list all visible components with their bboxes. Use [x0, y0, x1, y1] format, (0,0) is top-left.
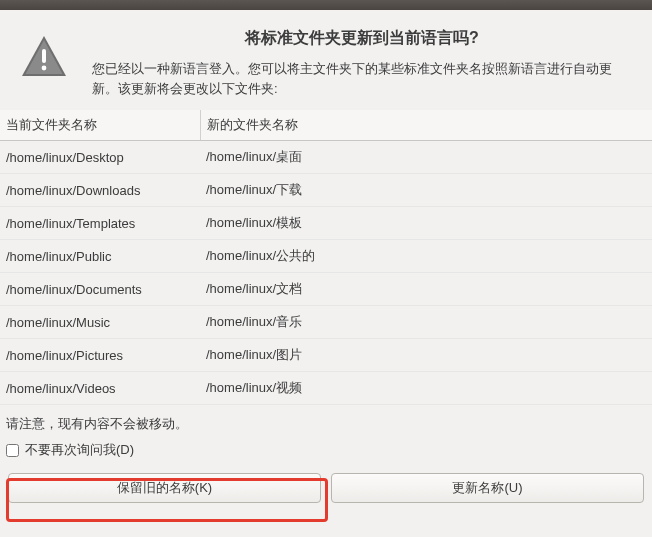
warning-icon [20, 28, 68, 98]
annotation-arrow [0, 517, 652, 537]
cell-old-path: /home/linux/Public [0, 240, 200, 273]
col-new-name[interactable]: 新的文件夹名称 [200, 110, 652, 141]
note-text: 请注意，现有内容不会被移动。 [0, 405, 652, 437]
window-titlebar [0, 0, 652, 10]
table-row[interactable]: /home/linux/Downloads/home/linux/下载 [0, 174, 652, 207]
dialog-header: 将标准文件夹更新到当前语言吗? 您已经以一种新语言登入。您可以将主文件夹下的某些… [0, 10, 652, 110]
table-row[interactable]: /home/linux/Desktop/home/linux/桌面 [0, 141, 652, 174]
cell-old-path: /home/linux/Pictures [0, 339, 200, 372]
table-row[interactable]: /home/linux/Documents/home/linux/文档 [0, 273, 652, 306]
cell-new-path: /home/linux/桌面 [200, 141, 652, 174]
svg-point-3 [42, 66, 47, 71]
cell-new-path: /home/linux/图片 [200, 339, 652, 372]
cell-old-path: /home/linux/Videos [0, 372, 200, 405]
cell-new-path: /home/linux/视频 [200, 372, 652, 405]
cell-new-path: /home/linux/文档 [200, 273, 652, 306]
table-row[interactable]: /home/linux/Pictures/home/linux/图片 [0, 339, 652, 372]
cell-new-path: /home/linux/模板 [200, 207, 652, 240]
folder-table: 当前文件夹名称 新的文件夹名称 /home/linux/Desktop/home… [0, 110, 652, 405]
update-names-button[interactable]: 更新名称(U) [331, 473, 644, 503]
cell-old-path: /home/linux/Music [0, 306, 200, 339]
cell-new-path: /home/linux/下载 [200, 174, 652, 207]
col-current-name[interactable]: 当前文件夹名称 [0, 110, 200, 141]
cell-old-path: /home/linux/Desktop [0, 141, 200, 174]
cell-old-path: /home/linux/Templates [0, 207, 200, 240]
dialog-title: 将标准文件夹更新到当前语言吗? [92, 28, 632, 49]
dialog-description: 您已经以一种新语言登入。您可以将主文件夹下的某些标准文件夹名按照新语言进行自动更… [92, 59, 632, 98]
table-row[interactable]: /home/linux/Music/home/linux/音乐 [0, 306, 652, 339]
table-row[interactable]: /home/linux/Public/home/linux/公共的 [0, 240, 652, 273]
cell-new-path: /home/linux/公共的 [200, 240, 652, 273]
dont-ask-checkbox[interactable] [6, 444, 19, 457]
cell-old-path: /home/linux/Documents [0, 273, 200, 306]
table-row[interactable]: /home/linux/Templates/home/linux/模板 [0, 207, 652, 240]
table-row[interactable]: /home/linux/Videos/home/linux/视频 [0, 372, 652, 405]
cell-new-path: /home/linux/音乐 [200, 306, 652, 339]
cell-old-path: /home/linux/Downloads [0, 174, 200, 207]
dont-ask-label[interactable]: 不要再次询问我(D) [25, 441, 134, 459]
svg-rect-2 [42, 49, 46, 63]
keep-old-names-button[interactable]: 保留旧的名称(K) [8, 473, 321, 503]
